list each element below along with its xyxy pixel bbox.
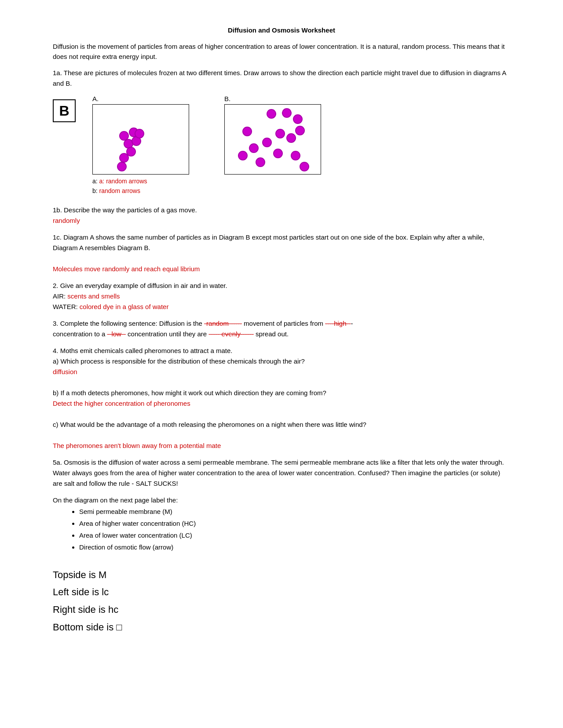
- q1c-answer: Molecules move randomly and reach equal …: [53, 265, 200, 273]
- q4b-answer: Detect the higher concentration of phero…: [53, 400, 190, 407]
- list-item: Semi permeable membrane (M): [79, 506, 510, 517]
- q2-air-label: AIR:: [53, 292, 67, 300]
- q1c-block: 1c. Diagram A shows the same number of p…: [53, 232, 510, 274]
- list-item: Area of lower water concentration (LC): [79, 529, 510, 541]
- arrows-a-label: a:: [92, 178, 99, 185]
- q4a-prompt: a) Which process is responsible for the …: [53, 357, 305, 365]
- q1b-block: 1b. Describe the way the particles of a …: [53, 205, 510, 226]
- q4-block: 4. Moths emit chemicals called pheromone…: [53, 346, 510, 451]
- arrows-b-label: b:: [92, 187, 99, 194]
- bottom-labels: Topside is M Left side is lc Right side …: [53, 566, 510, 636]
- diagram-a-letter: A.: [92, 95, 189, 102]
- q3-mid1: movement of particles from: [242, 320, 325, 327]
- diagram-labels-list: Semi permeable membrane (M) Area of high…: [79, 506, 510, 553]
- q2-water-answer: colored dye in a glass of water: [80, 303, 169, 310]
- q4a-answer: diffusion: [53, 368, 77, 375]
- q5a-block: 5a. Osmosis is the diffusion of water ac…: [53, 457, 510, 489]
- diagram-labels-intro: On the diagram on the next page label th…: [53, 496, 178, 504]
- b-label: B: [59, 103, 69, 119]
- diagram-labels-block: On the diagram on the next page label th…: [53, 495, 510, 553]
- q2-prompt: 2. Give an everyday example of diffusion…: [53, 282, 227, 289]
- q4b-prompt: b) If a moth detects pheromones, how mig…: [53, 389, 326, 397]
- q5a-text: 5a. Osmosis is the diffusion of water ac…: [53, 459, 504, 487]
- q4-intro: 4. Moths emit chemicals called pheromone…: [53, 347, 233, 354]
- q3-high: ----high--: [325, 320, 351, 327]
- q2-water-label: WATER:: [53, 303, 80, 310]
- b-label-box: B: [53, 99, 76, 122]
- diagram-a-container: A. a: a: ran: [92, 95, 189, 196]
- page-title: Diffusion and Osmosis Worksheet: [53, 26, 510, 34]
- arrows-text: a: a: random arrows b: random arrows: [92, 176, 189, 196]
- diagram-b-letter: B.: [224, 95, 230, 102]
- arrows-a-answer: a: random arrows: [99, 178, 147, 185]
- list-item: Area of higher water concentration (HC): [79, 517, 510, 529]
- list-item: Direction of osmotic flow (arrow): [79, 541, 510, 553]
- q2-air-answer: scents and smells: [67, 292, 120, 300]
- q1a-prompt: 1a. These are pictures of molecules froz…: [53, 68, 510, 89]
- intro-paragraph: Diffusion is the movement of particles f…: [53, 42, 510, 62]
- rightside-label: Right side is hc: [53, 601, 510, 619]
- q3-low: --low--: [107, 330, 126, 338]
- q3-prompt-start: 3. Complete the following sentence: Diff…: [53, 320, 204, 327]
- q2-block: 2. Give an everyday example of diffusion…: [53, 280, 510, 312]
- q1b-answer: randomly: [53, 217, 80, 224]
- q3-end: spread out.: [254, 330, 289, 338]
- topside-label: Topside is M: [53, 566, 510, 584]
- q3-mid3: concentration until they are: [126, 330, 208, 338]
- diagram-b-container: B.: [224, 95, 321, 175]
- q3-evenly: ----- evenly------: [208, 330, 253, 338]
- q3-block: 3. Complete the following sentence: Diff…: [53, 318, 510, 339]
- diagrams-row: A. a: a: ran: [92, 95, 510, 196]
- diagram-a-box: [92, 104, 189, 175]
- q3-mid2: -: [351, 320, 353, 327]
- diagram-b-box: [224, 104, 321, 175]
- arrows-b-answer: random arrows: [99, 187, 140, 194]
- q4c-prompt: c) What would be the advantage of a moth…: [53, 421, 366, 428]
- q3-random: -random------: [204, 320, 242, 327]
- q4c-answer: The pheromones aren't blown away from a …: [53, 442, 221, 449]
- q3-mid2b: concentration to a: [53, 330, 107, 338]
- leftside-label: Left side is lc: [53, 583, 510, 601]
- q1b-prompt: 1b. Describe the way the particles of a …: [53, 206, 197, 214]
- q1c-prompt: 1c. Diagram A shows the same number of p…: [53, 233, 484, 251]
- bottomside-label: Bottom side is □: [53, 619, 510, 636]
